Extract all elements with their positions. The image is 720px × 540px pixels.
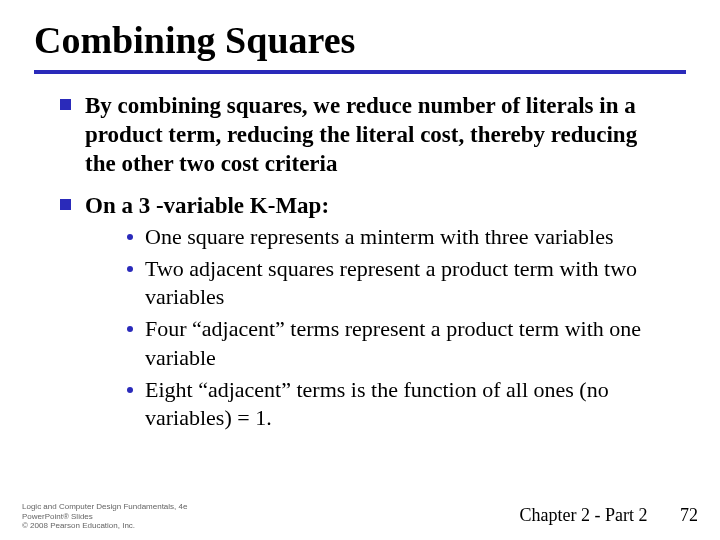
sub-bullet-text: Four “adjacent” terms represent a produc… <box>145 315 672 371</box>
dot-bullet-icon <box>127 234 133 240</box>
title-underline <box>34 70 686 74</box>
footer-line: PowerPoint® Slides <box>22 512 187 521</box>
sub-bullet-list: One square represents a minterm with thr… <box>127 223 672 432</box>
sub-bullet-text: Eight “adjacent” terms is the function o… <box>145 376 672 432</box>
footer-line: Logic and Computer Design Fundamentals, … <box>22 502 187 511</box>
sub-bullet-item: Four “adjacent” terms represent a produc… <box>127 315 672 371</box>
dot-bullet-icon <box>127 387 133 393</box>
footer-right: Chapter 2 - Part 2 72 <box>520 505 698 526</box>
square-bullet-icon <box>60 199 71 210</box>
footer-credits: Logic and Computer Design Fundamentals, … <box>22 502 187 530</box>
sub-bullet-item: Two adjacent squares represent a product… <box>127 255 672 311</box>
sub-bullet-item: One square represents a minterm with thr… <box>127 223 672 251</box>
sub-bullet-item: Eight “adjacent” terms is the function o… <box>127 376 672 432</box>
bullet-item: On a 3 -variable K-Map: One square repre… <box>60 192 672 436</box>
dot-bullet-icon <box>127 326 133 332</box>
square-bullet-icon <box>60 99 71 110</box>
sub-bullet-text: Two adjacent squares represent a product… <box>145 255 672 311</box>
sub-bullet-text: One square represents a minterm with thr… <box>145 223 614 251</box>
bullet-text: By combining squares, we reduce number o… <box>85 92 672 178</box>
dot-bullet-icon <box>127 266 133 272</box>
bullet-text: On a 3 -variable K-Map: <box>85 192 672 221</box>
page-number: 72 <box>680 505 698 525</box>
content-area: By combining squares, we reduce number o… <box>0 92 720 436</box>
slide-title: Combining Squares <box>0 0 720 70</box>
slide: Combining Squares By combining squares, … <box>0 0 720 540</box>
footer-line: © 2008 Pearson Education, Inc. <box>22 521 187 530</box>
bullet-item: By combining squares, we reduce number o… <box>60 92 672 178</box>
chapter-label: Chapter 2 - Part 2 <box>520 505 648 525</box>
